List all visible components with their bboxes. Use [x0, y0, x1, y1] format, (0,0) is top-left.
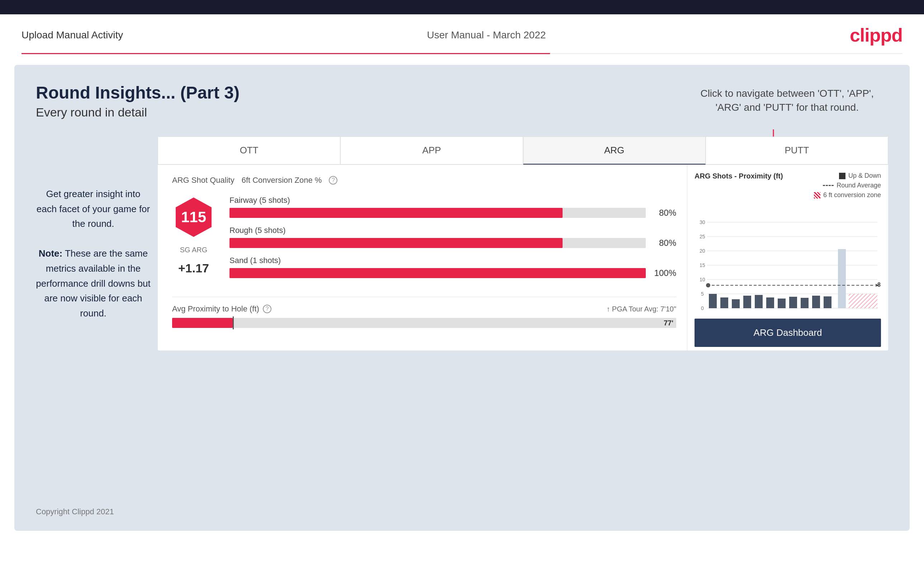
- shot-bars: Fairway (5 shots) 80% Rough (5 shots): [229, 196, 676, 286]
- shot-label-sand: Sand (1 shots): [229, 256, 676, 265]
- legend-hatch-icon: [814, 192, 821, 198]
- svg-rect-22: [743, 296, 751, 308]
- tab-app[interactable]: APP: [340, 137, 523, 164]
- bar-row-rough: 80%: [229, 238, 676, 248]
- svg-text:5: 5: [701, 291, 704, 297]
- tab-ott[interactable]: OTT: [158, 137, 340, 164]
- shot-row-rough: Rough (5 shots) 80%: [229, 226, 676, 248]
- svg-text:10: 10: [699, 277, 705, 282]
- header-divider: [21, 53, 903, 54]
- svg-rect-25: [778, 298, 786, 308]
- legend-zone-label: 6 ft conversion zone: [823, 191, 881, 199]
- bar-fill-fairway: [229, 208, 562, 218]
- shot-label-fairway: Fairway (5 shots): [229, 196, 676, 205]
- tab-nav: OTT APP ARG PUTT: [158, 137, 888, 165]
- main-content: Round Insights... (Part 3) Every round i…: [15, 65, 909, 531]
- legend-item-zone: 6 ft conversion zone: [814, 191, 881, 199]
- tab-putt[interactable]: PUTT: [706, 137, 888, 164]
- hexagon-wrapper: 115 SG ARG +1.17: [172, 196, 215, 275]
- tab-arg[interactable]: ARG: [523, 137, 706, 164]
- svg-text:8: 8: [877, 282, 880, 288]
- proximity-bar-fill: [172, 318, 233, 328]
- legend-item-avg: Round Average: [823, 182, 881, 189]
- quality-header: ARG Shot Quality 6ft Conversion Zone % ?: [172, 176, 676, 185]
- svg-rect-24: [766, 297, 774, 308]
- help-icon[interactable]: ?: [329, 176, 338, 185]
- svg-text:25: 25: [699, 234, 705, 239]
- sg-label: SG ARG: [180, 246, 208, 254]
- svg-rect-21: [732, 299, 740, 308]
- bar-pct-fairway: 80%: [651, 208, 676, 218]
- card-body: ARG Shot Quality 6ft Conversion Zone % ?…: [158, 165, 888, 350]
- header-center: User Manual - March 2022: [427, 29, 546, 41]
- shot-row-sand: Sand (1 shots) 100%: [229, 256, 676, 278]
- svg-text:20: 20: [699, 248, 705, 254]
- main-card: OTT APP ARG PUTT ARG Shot Quality 6ft Co…: [158, 137, 888, 350]
- header-left: Upload Manual Activity: [21, 29, 123, 41]
- left-description: Get greater insight into each facet of y…: [36, 187, 150, 321]
- svg-point-34: [706, 283, 710, 287]
- shot-row-fairway: Fairway (5 shots) 80%: [229, 196, 676, 218]
- hexagon-badge: 115: [172, 196, 215, 239]
- svg-rect-30: [838, 249, 846, 308]
- legend-dashed-icon: [823, 185, 834, 186]
- sg-value: +1.17: [178, 261, 209, 275]
- svg-rect-20: [720, 297, 728, 308]
- svg-rect-27: [801, 298, 809, 308]
- proximity-value: 77': [662, 319, 675, 327]
- svg-rect-23: [755, 295, 762, 308]
- bar-pct-sand: 100%: [651, 268, 676, 278]
- bar-track-rough: [229, 238, 646, 248]
- bar-row-fairway: 80%: [229, 208, 676, 218]
- header: Upload Manual Activity User Manual - Mar…: [0, 15, 924, 53]
- top-bar: [0, 0, 924, 15]
- legend-avg-label: Round Average: [837, 182, 881, 189]
- proximity-help-icon[interactable]: ?: [263, 305, 271, 313]
- quality-label: ARG Shot Quality: [172, 176, 234, 185]
- nav-hint: Click to navigate between 'OTT', 'APP', …: [700, 86, 874, 114]
- pga-label: ↑ PGA Tour Avg: 7'10": [606, 305, 676, 313]
- arg-dashboard-button[interactable]: ARG Dashboard: [695, 319, 881, 347]
- chart-title: ARG Shots - Proximity (ft): [695, 172, 783, 180]
- upload-label: Upload Manual Activity: [21, 29, 123, 41]
- svg-text:30: 30: [699, 219, 705, 225]
- svg-text:0: 0: [701, 305, 704, 311]
- svg-rect-29: [824, 297, 832, 308]
- bar-track-fairway: [229, 208, 646, 218]
- hex-value: 115: [181, 209, 206, 226]
- chart-legend: Up & Down Round Average 6 ft conversion …: [814, 172, 881, 199]
- legend-updown-label: Up & Down: [848, 172, 881, 180]
- bar-fill-sand: [229, 268, 646, 278]
- footer-copyright: Copyright Clippd 2021: [36, 507, 114, 516]
- svg-rect-19: [709, 294, 717, 308]
- chart-header: ARG Shots - Proximity (ft) Up & Down Rou…: [695, 172, 881, 199]
- proximity-bar-track: 77': [172, 318, 676, 328]
- svg-rect-32: [849, 294, 877, 308]
- bar-track-sand: [229, 268, 646, 278]
- hex-area: 115 SG ARG +1.17 Fairway (5 shots): [172, 196, 676, 286]
- legend-item-updown: Up & Down: [839, 172, 881, 180]
- svg-text:15: 15: [699, 262, 705, 268]
- legend-square-icon: [839, 173, 845, 179]
- clippd-logo: clippd: [850, 24, 903, 46]
- proximity-marker: [233, 316, 234, 329]
- chart-area: 0 5 10 15 20 25 30: [695, 206, 881, 315]
- quality-sublabel: 6ft Conversion Zone %: [242, 176, 322, 185]
- proximity-section: Avg Proximity to Hole (ft) ? ↑ PGA Tour …: [172, 297, 676, 328]
- shot-label-rough: Rough (5 shots): [229, 226, 676, 235]
- left-panel: ARG Shot Quality 6ft Conversion Zone % ?…: [158, 165, 687, 350]
- svg-rect-26: [789, 297, 797, 308]
- chart-svg: 0 5 10 15 20 25 30: [695, 206, 881, 314]
- proximity-label: Avg Proximity to Hole (ft) ?: [172, 304, 271, 314]
- right-panel: ARG Shots - Proximity (ft) Up & Down Rou…: [687, 165, 888, 350]
- proximity-header: Avg Proximity to Hole (ft) ? ↑ PGA Tour …: [172, 304, 676, 314]
- bar-fill-rough: [229, 238, 562, 248]
- bar-pct-rough: 80%: [651, 238, 676, 248]
- bar-row-sand: 100%: [229, 268, 676, 278]
- svg-rect-28: [812, 296, 820, 308]
